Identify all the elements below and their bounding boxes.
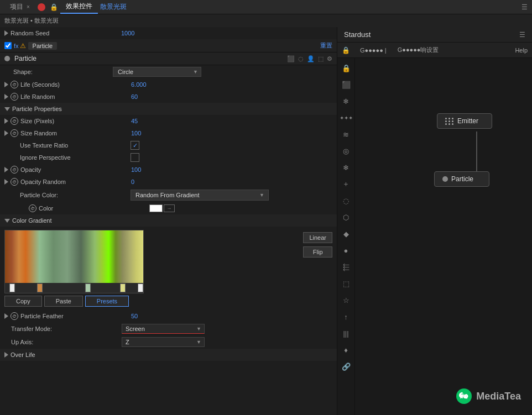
ignore-perspective-checkbox[interactable] <box>131 153 139 162</box>
reset-button[interactable]: 重置 <box>320 41 332 50</box>
particle-icon-5[interactable]: ⚙ <box>327 55 332 62</box>
stardust-tab-1[interactable]: G●●●●● | <box>357 46 390 55</box>
sidebar-icon-grid[interactable]: ⬚ <box>338 276 354 291</box>
color-swatch[interactable] <box>149 204 163 212</box>
feather-value[interactable]: 50 <box>131 313 138 319</box>
sidebar-icon-lock[interactable]: 🔒 <box>338 60 354 76</box>
size-random-icon: ⏱ <box>11 129 18 137</box>
stop-5[interactable] <box>138 283 143 292</box>
particle-icon-4[interactable]: ⬚ <box>318 55 324 62</box>
sidebar-icon-hexagon[interactable]: ⬡ <box>338 209 354 225</box>
opacity-random-expander[interactable] <box>4 179 8 185</box>
particle-feather-row: ⏱ Particle Feather 50 <box>0 310 337 322</box>
sidebar-icon-arrow-up[interactable]: ↑ <box>338 309 354 324</box>
color-arrow-icon[interactable]: → <box>164 204 175 212</box>
over-life-expander[interactable] <box>4 352 8 358</box>
left-panel: Random Seed 1000 fx ⚠ Particle 重置 Partic… <box>0 27 337 415</box>
copy-button[interactable]: Copy <box>4 296 42 307</box>
sidebar-icon-dashed-circle[interactable]: ◌ <box>338 193 354 208</box>
sidebar-icon-plus[interactable]: ＋ <box>338 176 354 192</box>
size-random-label: Size Random <box>20 130 131 136</box>
random-seed-expander[interactable] <box>4 30 8 36</box>
sidebar-icon-wave[interactable]: ≋ <box>338 127 354 142</box>
size-icon: ⏱ <box>11 117 18 125</box>
size-expander[interactable] <box>4 118 8 124</box>
up-axis-select[interactable]: Z X Y <box>122 337 205 347</box>
emitter-node[interactable]: Emitter <box>437 113 492 129</box>
stop-4[interactable] <box>120 283 126 292</box>
size-random-expander[interactable] <box>4 130 8 136</box>
random-seed-value[interactable]: 1000 <box>121 30 134 36</box>
fx-label: fx <box>14 43 19 49</box>
fx-checkbox[interactable] <box>4 42 12 49</box>
sidebar-icon-scatter[interactable]: ✦✦✦ <box>338 110 354 125</box>
opacity-expander[interactable] <box>4 167 8 172</box>
opacity-random-value[interactable]: 0 <box>131 178 134 185</box>
particle-header: Particle ⬛ ◌ 👤 ⬚ ⚙ <box>0 52 337 65</box>
tab-bokeh[interactable]: 散景光斑 <box>100 2 127 12</box>
sidebar-icon-sphere[interactable]: ● <box>338 243 354 258</box>
size-value[interactable]: 45 <box>131 118 138 124</box>
life-random-expander[interactable] <box>4 94 8 99</box>
up-axis-label: Up Axis: <box>11 339 122 345</box>
pp-expander[interactable] <box>4 107 10 111</box>
sidebar-icon-link[interactable]: 🔗 <box>338 359 354 374</box>
particle-node[interactable]: Particle <box>434 171 489 187</box>
shape-label: Shape: <box>13 69 113 75</box>
sidebar-icon-star[interactable]: ☆ <box>338 292 354 308</box>
connection-svg <box>337 58 532 415</box>
sidebar-icon-box[interactable]: ◆ <box>338 226 354 241</box>
life-random-row: ⏱ Life Random 60 <box>0 91 337 103</box>
node-graph: 🔒 ⬛ ❄ ✦✦✦ ≋ ◎ ❄ ＋ ◌ ⬡ ◆ ● ⬱ ⬚ ☆ ↑ ||| ♦ … <box>337 58 532 415</box>
sidebar-icon-bars[interactable]: ||| <box>338 325 354 341</box>
stardust-header: Stardust ☰ <box>337 27 532 43</box>
paste-button[interactable]: Paste <box>44 296 83 307</box>
stop-2[interactable] <box>37 283 43 292</box>
tab-effects[interactable]: 效果控件 <box>60 0 98 14</box>
life-expander[interactable] <box>4 82 8 87</box>
transfer-mode-select[interactable]: Screen Normal Add Multiply <box>122 324 205 334</box>
stardust-tab-2[interactable]: G●●●●●响设置 <box>394 45 442 55</box>
flip-button[interactable]: Flip <box>303 246 332 258</box>
gradient-canvas[interactable] <box>4 230 144 293</box>
particle-icon-1[interactable]: ⬛ <box>287 55 295 62</box>
menu-icon[interactable]: ☰ <box>521 3 528 11</box>
life-value[interactable]: 6.000 <box>131 81 147 88</box>
sidebar-icon-snowflake2[interactable]: ❄ <box>338 160 354 175</box>
linear-button[interactable]: Linear <box>303 232 332 243</box>
ignore-perspective-row: Ignore Perspective <box>0 151 337 164</box>
sidebar-icon-circle[interactable]: ◎ <box>338 143 354 159</box>
record-button[interactable] <box>38 3 45 11</box>
sidebar-icon-snowflake[interactable]: ❄ <box>338 93 354 109</box>
help-button[interactable]: Help <box>515 47 528 54</box>
particle-color-row: Particle Color: Random From Gradient Fro… <box>0 188 337 202</box>
opacity-label: Opacity <box>20 166 131 173</box>
feather-label: Particle Feather <box>20 313 131 319</box>
color-gradient-label: Color Gradient <box>12 217 52 224</box>
opacity-value[interactable]: 100 <box>131 166 141 173</box>
wechat-icon <box>456 388 472 404</box>
stardust-title: Stardust <box>344 30 371 39</box>
shape-select[interactable]: Circle Star Bubble Sprite <box>113 67 201 77</box>
stardust-menu-icon[interactable]: ☰ <box>519 31 525 39</box>
sidebar-icon-lines[interactable]: ⬱ <box>338 259 354 275</box>
size-random-value[interactable]: 100 <box>131 130 141 136</box>
feather-expander[interactable] <box>4 313 8 319</box>
stop-1[interactable] <box>9 283 15 292</box>
particle-color-select[interactable]: Random From Gradient From Gradient Over … <box>131 190 269 201</box>
pp-label: Particle Properties <box>12 106 62 112</box>
main-layout: Random Seed 1000 fx ⚠ Particle 重置 Partic… <box>0 27 532 415</box>
use-texture-checkbox[interactable] <box>131 141 139 150</box>
stop-3[interactable] <box>85 283 91 292</box>
particle-icon-2[interactable]: ◌ <box>298 55 304 62</box>
tab-close-icon[interactable]: × <box>27 4 30 10</box>
particle-icon-3[interactable]: 👤 <box>307 55 315 62</box>
random-seed-label: Random Seed <box>11 30 121 36</box>
presets-button[interactable]: Presets <box>85 296 129 307</box>
color-gradient-expander[interactable] <box>4 219 10 223</box>
particle-tag: Particle <box>28 42 58 50</box>
life-random-value[interactable]: 60 <box>131 93 138 100</box>
sidebar-icon-particle[interactable]: ⬛ <box>338 77 354 92</box>
sidebar-icon-diamond[interactable]: ♦ <box>338 342 354 358</box>
tab-project[interactable]: 项目 × <box>4 0 35 14</box>
